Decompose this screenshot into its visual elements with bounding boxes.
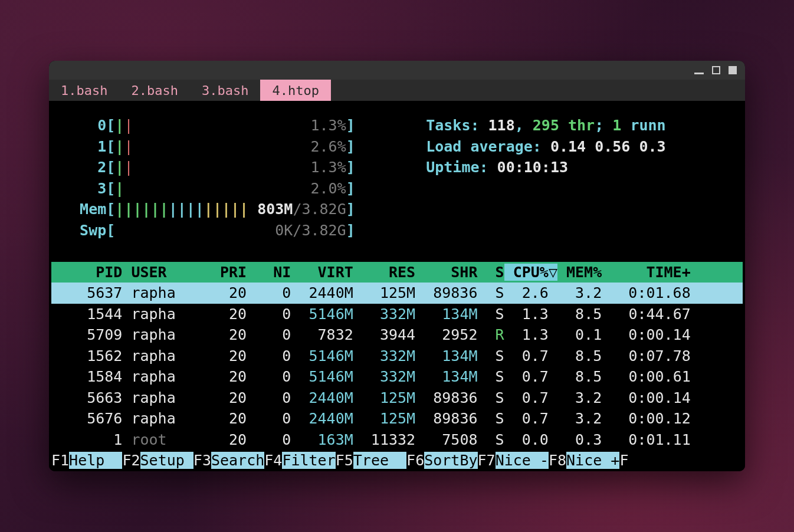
process-table-header[interactable]: PID USER PRI NI VIRT RES SHR S CPU%▽ MEM… xyxy=(51,262,743,283)
fkey-F8[interactable]: F8 xyxy=(549,452,566,469)
fkey-label-F2[interactable]: Setup xyxy=(140,452,193,469)
fkey-label-F6[interactable]: SortBy xyxy=(424,452,477,469)
cpu-meter-2: 2[|| 1.3%] Uptime: 00:10:13 xyxy=(62,157,743,178)
fkey-F3[interactable]: F3 xyxy=(193,452,211,469)
terminal-window: 1.bash2.bash3.bash4.htop 0[|| 1.3%] Task… xyxy=(49,61,745,471)
fkey-label-F3[interactable]: Search xyxy=(211,452,264,469)
function-key-bar: F1Help F2Setup F3SearchF4FilterF5Tree F6… xyxy=(51,450,743,471)
process-row[interactable]: 5663 rapha 20 0 2440M 125M 89836 S 0.7 3… xyxy=(51,387,743,409)
fkey-F1[interactable]: F1 xyxy=(51,452,69,469)
swp-meter: Swp[ 0K/3.82G] xyxy=(62,220,743,241)
cpu-meter-3: 3[| 2.0%] xyxy=(62,178,743,199)
tab-2-bash[interactable]: 2.bash xyxy=(119,80,189,101)
fkey-F2[interactable]: F2 xyxy=(122,452,140,469)
process-row[interactable]: 1562 rapha 20 0 5146M 332M 134M S 0.7 8.… xyxy=(51,346,743,367)
process-row[interactable]: 1 root 20 0 163M 11332 7508 S 0.0 0.3 0:… xyxy=(51,429,743,451)
cpu-meter-0: 0[|| 1.3%] Tasks: 118, 295 thr; 1 runn xyxy=(62,115,743,136)
tab-4-htop[interactable]: 4.htop xyxy=(260,80,330,101)
process-row[interactable]: 1584 rapha 20 0 5146M 332M 134M S 0.7 8.… xyxy=(51,366,743,387)
fkey-F5[interactable]: F5 xyxy=(336,452,353,469)
window-close-icon[interactable] xyxy=(729,66,737,74)
fkey-label-F4[interactable]: Filter xyxy=(282,452,335,469)
fkey-F6[interactable]: F6 xyxy=(406,452,424,469)
terminal-content[interactable]: 0[|| 1.3%] Tasks: 118, 295 thr; 1 runn 1… xyxy=(49,101,745,471)
tab-1-bash[interactable]: 1.bash xyxy=(49,80,119,101)
process-row[interactable]: 1544 rapha 20 0 5146M 332M 134M S 1.3 8.… xyxy=(51,304,743,325)
process-row[interactable]: 5709 rapha 20 0 7832 3944 2952 R 1.3 0.1… xyxy=(51,324,743,346)
window-minimize-icon[interactable] xyxy=(694,73,704,74)
tab-3-bash[interactable]: 3.bash xyxy=(190,80,260,101)
fkey-label-F8[interactable]: Nice + xyxy=(566,452,619,469)
window-maximize-icon[interactable] xyxy=(712,66,720,74)
fkey-label-F5[interactable]: Tree xyxy=(353,452,406,469)
fkey-F7[interactable]: F7 xyxy=(478,452,496,469)
process-row[interactable]: 5676 rapha 20 0 2440M 125M 89836 S 0.7 3… xyxy=(51,408,743,429)
mem-meter: Mem[||||||||||||||| 803M/3.82G] xyxy=(62,199,743,220)
window-titlebar[interactable] xyxy=(49,61,745,80)
cpu-meter-1: 1[|| 2.6%] Load average: 0.14 0.56 0.3 xyxy=(62,136,743,157)
process-row[interactable]: 5637 rapha 20 0 2440M 125M 89836 S 2.6 3… xyxy=(51,283,743,304)
fkey-F4[interactable]: F4 xyxy=(264,452,282,469)
fkey-label-F7[interactable]: Nice - xyxy=(496,452,549,469)
tab-bar: 1.bash2.bash3.bash4.htop xyxy=(49,80,745,101)
fkey-label-F1[interactable]: Help xyxy=(69,452,122,469)
